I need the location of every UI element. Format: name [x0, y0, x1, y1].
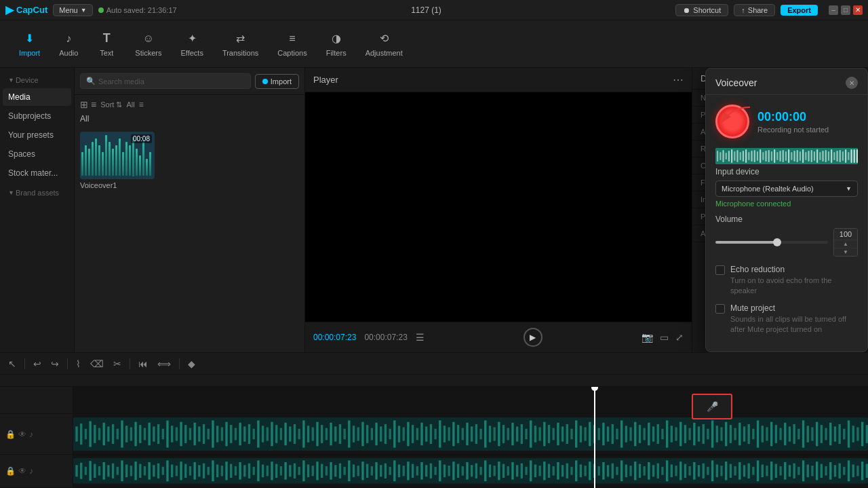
svg-rect-400: [757, 461, 759, 482]
svg-rect-187: [589, 422, 591, 447]
maximize-button[interactable]: □: [841, 5, 850, 15]
svg-rect-242: [838, 424, 840, 444]
minimize-button[interactable]: –: [829, 5, 838, 15]
timeline-toolbar: ↖ ↩ ↪ ⌇ ⌫ ✂ ⏮ ⟺ ◆: [0, 353, 868, 375]
tool-captions[interactable]: ≡ Captions: [269, 27, 315, 61]
svg-rect-284: [230, 464, 232, 478]
tool-effects[interactable]: ✦ Effects: [172, 27, 211, 61]
tool-transitions[interactable]: ⇄ Transitions: [214, 27, 267, 61]
eye-icon[interactable]: 👁: [18, 430, 26, 439]
svg-rect-166: [493, 428, 495, 441]
tl-prev-icon[interactable]: ⏮: [136, 357, 151, 371]
modal-body: 00:00:00 Recording not started: [706, 95, 867, 352]
sidebar-item-subprojects[interactable]: Subprojects: [3, 107, 71, 125]
track-content-main[interactable]: [73, 387, 868, 413]
list-item[interactable]: 00:08 Voiceover1: [80, 132, 155, 189]
camera-icon[interactable]: 📷: [642, 332, 653, 343]
lock-icon[interactable]: 🔒: [5, 430, 16, 439]
search-box[interactable]: 🔍 Search media: [80, 73, 251, 89]
svg-rect-7: [105, 135, 107, 176]
share-button[interactable]: ↑ Share: [734, 4, 775, 16]
tool-import[interactable]: ⬇ Import: [11, 27, 48, 61]
sidebar-item-your-presets[interactable]: Your presets: [3, 126, 71, 144]
modal-close-button[interactable]: ✕: [846, 77, 858, 89]
captions-icon: ≡: [285, 31, 300, 46]
sidebar-item-stock-materials[interactable]: Stock mater...: [3, 164, 71, 182]
volume-up-button[interactable]: ▲: [834, 240, 857, 248]
svg-rect-83: [117, 429, 119, 440]
track-content-audio1[interactable]: /* bars rendered below */: [73, 414, 868, 454]
sidebar-item-media[interactable]: Media: [3, 88, 71, 106]
lock-icon-2[interactable]: 🔒: [5, 466, 16, 476]
audio-track-icon-2[interactable]: ♪: [29, 466, 33, 476]
tl-split-icon[interactable]: ⌇: [73, 357, 83, 371]
volume-thumb[interactable]: [773, 238, 781, 246]
svg-rect-354: [548, 464, 550, 478]
svg-rect-171: [516, 427, 518, 442]
svg-rect-93: [162, 429, 164, 440]
svg-rect-308: [339, 464, 341, 478]
list-view-icon[interactable]: ≡: [91, 99, 96, 110]
svg-rect-213: [707, 429, 709, 440]
svg-rect-370: [620, 461, 623, 482]
track-label-audio2: 🔒 👁 ♪: [0, 455, 73, 487]
tl-delete-icon[interactable]: ⌫: [87, 357, 106, 371]
play-button[interactable]: ▶: [524, 328, 542, 347]
svg-rect-162: [475, 424, 477, 444]
svg-rect-104: [212, 421, 214, 448]
svg-rect-183: [570, 429, 572, 440]
screen-icon[interactable]: ▭: [660, 332, 669, 343]
tl-ripple-icon[interactable]: ⟺: [155, 357, 174, 371]
track-content-audio2[interactable]: [73, 455, 868, 487]
menu-button[interactable]: Menu ▼: [53, 4, 92, 16]
svg-rect-364: [593, 464, 595, 478]
tl-keyframe-icon[interactable]: ◆: [185, 357, 198, 371]
screenrecord-button[interactable]: ⏺ Shortcut: [675, 4, 728, 16]
echo-reduction-checkbox[interactable]: [715, 265, 725, 275]
tool-stickers[interactable]: ☺ Stickers: [127, 27, 170, 61]
svg-rect-230: [784, 423, 786, 445]
eye-icon-2[interactable]: 👁: [18, 466, 26, 476]
record-button[interactable]: [715, 105, 749, 138]
volume-down-button[interactable]: ▼: [834, 248, 857, 256]
sidebar-item-spaces[interactable]: Spaces: [3, 145, 71, 163]
svg-rect-300: [302, 461, 304, 482]
svg-rect-153: [434, 429, 436, 440]
svg-rect-128: [321, 426, 323, 444]
export-button[interactable]: Export: [781, 5, 818, 16]
svg-rect-231: [789, 427, 791, 442]
tl-undo-icon[interactable]: ↩: [31, 357, 44, 371]
tl-select-icon[interactable]: ↖: [5, 357, 19, 371]
tl-cut-icon[interactable]: ✂: [111, 357, 124, 371]
svg-rect-3: [92, 142, 94, 176]
close-button[interactable]: ✕: [853, 5, 863, 15]
svg-rect-268: [157, 464, 159, 478]
volume-slider[interactable]: [715, 241, 828, 244]
mute-project-checkbox[interactable]: [715, 304, 725, 314]
svg-rect-306: [330, 462, 332, 480]
svg-rect-139: [371, 428, 373, 440]
svg-rect-361: [580, 465, 582, 478]
import-button[interactable]: Import: [255, 74, 299, 89]
audio-track-icon[interactable]: ♪: [29, 430, 33, 439]
mute-project-title: Mute project: [730, 303, 858, 313]
grid-view-icon[interactable]: ⊞: [80, 99, 88, 110]
all-filter-button[interactable]: All: [126, 100, 134, 109]
tool-filters[interactable]: ◑ Filters: [318, 27, 355, 61]
chapter-list-icon[interactable]: ☰: [416, 332, 425, 343]
voiceover-clip[interactable]: 🎤: [692, 394, 732, 419]
svg-rect-316: [375, 462, 377, 480]
player-menu-icon[interactable]: ⋯: [673, 73, 684, 86]
sort-button[interactable]: Sort ⇅: [100, 100, 122, 109]
svg-rect-159: [462, 428, 464, 440]
tool-audio[interactable]: ♪ Audio: [51, 27, 86, 61]
tool-text[interactable]: T Text: [89, 27, 124, 61]
svg-rect-173: [525, 429, 527, 440]
device-select[interactable]: Microphone (Realtek Audio) ▼: [715, 181, 858, 197]
filter-button[interactable]: ≡: [139, 100, 144, 109]
svg-rect-225: [762, 426, 764, 443]
tool-adjustment[interactable]: ⟲ Adjustment: [357, 27, 411, 61]
tl-redo-icon[interactable]: ↪: [48, 357, 62, 371]
fullscreen-icon[interactable]: ⤢: [675, 332, 684, 343]
svg-rect-373: [634, 462, 636, 481]
